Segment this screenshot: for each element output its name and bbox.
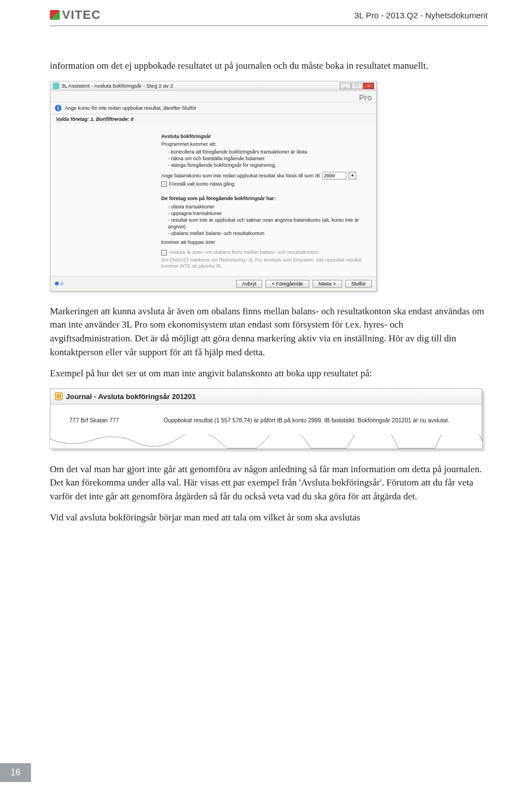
journal-row: 777 Brf Skatan 777 Ouppbokat resultat (1… xyxy=(50,405,482,432)
paragraph-1: information om det ej uppbokade resultat… xyxy=(50,59,488,73)
balance-account-input[interactable] xyxy=(322,172,346,180)
list-item: kontrollera att föregående bokföringsårs… xyxy=(168,149,371,155)
paragraph-3: Exempel på hur det ser ut om man inte an… xyxy=(50,367,488,381)
wizard-sectionb-list: olästa transaktioner upptagna transaktio… xyxy=(161,203,371,237)
window-buttons: _ □ × xyxy=(340,83,374,89)
torn-edge-decoration xyxy=(49,435,483,449)
maximize-button[interactable]: □ xyxy=(351,83,362,89)
wizard-program-list: kontrollera att föregående bokföringsårs… xyxy=(161,149,371,168)
wizard-section-a-title: Avsluta bokföringsår xyxy=(161,133,371,140)
wizard-app-icon xyxy=(53,83,59,89)
step-dot xyxy=(55,282,59,285)
minimize-button[interactable]: _ xyxy=(340,83,351,89)
wizard-footer: Avbryt < Föregående Nästa > Slutför xyxy=(50,276,376,291)
propose-checkbox-label: Föreslå valt konto nästa gång xyxy=(169,181,234,187)
wizard-hop-line: kommer att hoppas över xyxy=(161,239,371,246)
paragraph-5: Vid val avsluta bokföringsår börjar man … xyxy=(50,511,488,525)
journal-message-cell: Ouppbokat resultat (1 557 578,74) är påf… xyxy=(163,417,463,425)
wizard-step-dots xyxy=(55,282,64,285)
wizard-brand: Pro xyxy=(50,91,376,103)
page-number: 16 xyxy=(11,768,21,778)
wizard-info-bar: i Ange konto för inte redan uppbokat res… xyxy=(50,103,376,114)
vitec-logo-text: VITEC xyxy=(62,8,101,22)
list-item: räkna om och fastställa ingående balanse… xyxy=(168,155,371,162)
list-item: resultat som inte är uppbokat och saknar… xyxy=(168,217,371,230)
wizard-selected-summary: Valda företag: 1. Bortfiltrerade: 0 xyxy=(50,114,376,124)
list-item: upptagna transaktioner xyxy=(168,210,371,217)
vitec-logo: VITEC xyxy=(50,8,101,22)
wizard-grey-note: Bör ENDAST markeras om Redovisning i 3L … xyxy=(161,257,371,269)
list-item: olästa transaktioner xyxy=(168,203,371,210)
journal-company-cell: 777 Brf Skatan 777 xyxy=(69,417,136,425)
balance-account-row: Ange balanskonto som inte redan uppbokat… xyxy=(161,172,371,180)
cancel-button[interactable]: Avbryt xyxy=(236,280,262,288)
step-dot xyxy=(60,282,64,285)
close-unbalanced-checkbox-row[interactable]: ✓ Avsluta år även om obalans finns mella… xyxy=(161,249,371,256)
next-button[interactable]: Nästa > xyxy=(313,280,342,288)
vitec-logo-icon xyxy=(50,10,60,20)
wizard-body: Avsluta bokföringsår Programmet kommer a… xyxy=(50,124,376,276)
checkbox-icon: ✓ xyxy=(161,250,167,256)
page-number-badge: 16 xyxy=(0,763,31,782)
close-button[interactable]: × xyxy=(363,83,374,89)
document-header: VITEC 3L Pro - 2013.Q2 - Nyhetsdokument xyxy=(50,0,488,26)
finish-button[interactable]: Slutför xyxy=(345,280,372,288)
info-icon: i xyxy=(55,105,62,111)
wizard-titlebar: 3L Assistent - Avsluta bokföringsår - St… xyxy=(50,81,376,91)
checkbox-icon: ✓ xyxy=(161,181,167,187)
document-title: 3L Pro - 2013.Q2 - Nyhetsdokument xyxy=(355,11,488,20)
journal-icon xyxy=(55,392,63,400)
previous-button[interactable]: < Föregående xyxy=(265,280,309,288)
journal-window: Journal - Avsluta bokföringsår 201201 77… xyxy=(50,389,482,448)
balance-account-dropdown[interactable]: ▾ xyxy=(349,172,356,180)
close-unbalanced-label: Avsluta år även om obalans finns mellan … xyxy=(169,249,319,256)
wizard-title: 3L Assistent - Avsluta bokföringsår - St… xyxy=(62,83,173,89)
wizard-program-intro: Programmet kommer att: xyxy=(161,141,371,147)
wizard-info-text: Ange konto för inte redan uppbokat resul… xyxy=(65,105,196,111)
wizard-section-b-title: De företag som på föregående bokföringså… xyxy=(161,195,371,202)
list-item: obalans mellan balans- och resultatkonto… xyxy=(168,230,371,237)
propose-checkbox-row[interactable]: ✓ Föreslå valt konto nästa gång xyxy=(161,181,371,187)
paragraph-4: Om det val man har gjort inte går att ge… xyxy=(50,463,488,504)
journal-titlebar: Journal - Avsluta bokföringsår 201201 xyxy=(50,389,482,405)
journal-title: Journal - Avsluta bokföringsår 201201 xyxy=(66,392,196,401)
paragraph-2: Markeringen att kunna avsluta år även om… xyxy=(50,305,488,360)
balance-account-label: Ange balanskonto som inte redan uppbokat… xyxy=(161,172,320,179)
wizard-window: 3L Assistent - Avsluta bokföringsår - St… xyxy=(50,81,377,292)
list-item: stänga föregående bokföringsår för regis… xyxy=(168,162,371,168)
